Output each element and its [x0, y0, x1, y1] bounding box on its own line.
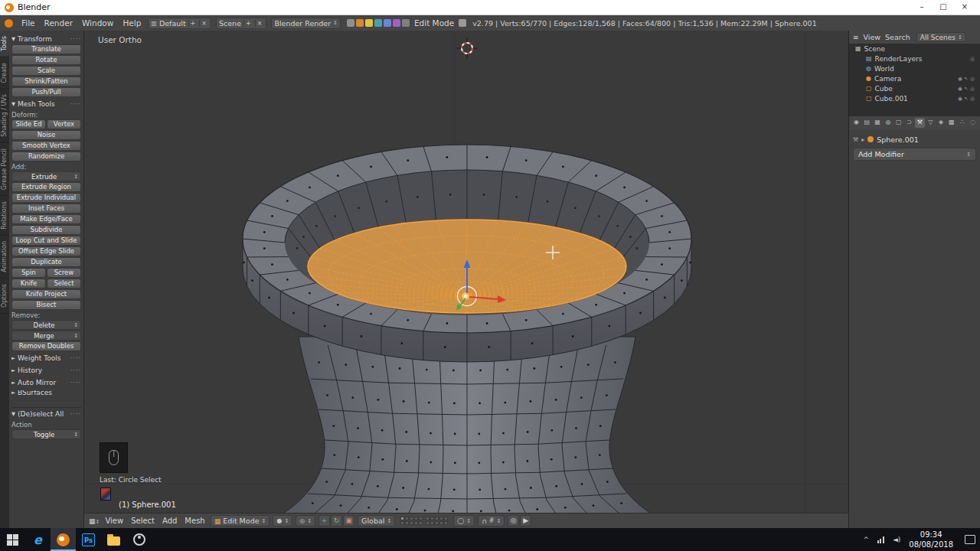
knife-select-button[interactable]: Select [47, 279, 81, 289]
start-button[interactable] [0, 528, 25, 551]
redo-panel-header[interactable]: ▼ (De)select All ···· [11, 409, 81, 419]
shelf-tab-shading-uvs[interactable]: Shading / UVs [0, 89, 9, 143]
layer-cell[interactable] [435, 517, 439, 520]
layer-cell[interactable] [439, 521, 443, 525]
offset-edge-slide-button[interactable]: Offset Edge Slide [11, 246, 81, 256]
layer-cell[interactable] [414, 517, 418, 520]
layer-cell[interactable] [419, 521, 423, 525]
scene-selector[interactable]: Scene + × [216, 18, 266, 29]
viewport-canvas[interactable] [84, 31, 848, 513]
render-toggle-icon[interactable]: ◎ [970, 56, 976, 62]
file-menu[interactable]: File [18, 18, 39, 28]
tab-texture[interactable]: ▩ [946, 118, 956, 128]
maximize-button[interactable]: □ [933, 0, 954, 15]
randomize-button[interactable]: Randomize [11, 152, 81, 161]
shelf-tab-grease-pencil[interactable]: Grease Pencil [0, 143, 9, 196]
smooth-vertex-button[interactable]: Smooth Vertex [11, 141, 81, 151]
window-menu[interactable]: Window [78, 18, 117, 28]
render-engine-selector[interactable]: Blender Render ↕ [271, 18, 341, 29]
layer-cell[interactable] [410, 517, 413, 520]
add-menu[interactable]: Add [160, 517, 179, 525]
view-menu[interactable]: View [103, 517, 126, 525]
action-dropdown[interactable]: Toggle ↕ [11, 429, 81, 439]
opengl-render-anim-icon[interactable]: ▶ [520, 515, 531, 527]
render-toggle-icon[interactable]: ◎ [970, 96, 976, 102]
panel-drag-icon[interactable]: ···· [70, 99, 81, 109]
photoshop-taskbar-icon[interactable]: Ps [76, 528, 101, 551]
tab-particles[interactable]: ∴ [957, 118, 967, 128]
shelf-tab-tools[interactable]: Tools [0, 31, 9, 57]
screw-button[interactable]: Screw [47, 268, 81, 278]
outliner-row-scene[interactable]: ▦ Scene [849, 44, 980, 54]
row-restrict-icons[interactable]: ◉↖◎ [958, 86, 976, 92]
row-restrict-icons[interactable]: ◉↖◎ [958, 96, 976, 102]
spin-button[interactable]: Spin [11, 268, 46, 278]
layer-cell[interactable] [426, 521, 430, 525]
mode-selector[interactable]: ▦ Edit Mode ↕ [211, 515, 270, 527]
remove-scene-button[interactable]: × [255, 20, 264, 27]
knife-project-button[interactable]: Knife Project [11, 289, 81, 299]
shading-selector[interactable]: ● ↕ [273, 515, 292, 527]
render-menu[interactable]: Render [41, 18, 77, 28]
edge-taskbar-icon[interactable]: e [25, 528, 51, 551]
manipulator-translate-icon[interactable]: + [318, 515, 330, 527]
manipulator-rotate-icon[interactable]: ↻ [331, 515, 342, 527]
extrude-dropdown[interactable]: Extrude ↕ [11, 171, 81, 181]
clipped-panel-header[interactable]: ► BSurfaces [11, 390, 81, 396]
render-toggle-icon[interactable]: ◎ [970, 86, 976, 92]
info-mini-icon[interactable] [393, 19, 400, 27]
outliner-row-camera[interactable]: ● Camera ◉↖◎ [849, 73, 980, 83]
layer-cell[interactable] [400, 521, 404, 525]
knife-button[interactable]: Knife [11, 279, 46, 289]
rotate-button[interactable]: Rotate [11, 55, 81, 65]
recorder-taskbar-icon[interactable] [126, 528, 152, 551]
panel-drag-icon[interactable]: ···· [70, 378, 81, 388]
duplicate-button[interactable]: Duplicate [11, 257, 81, 267]
merge-dropdown[interactable]: Merge ↕ [11, 331, 81, 341]
manipulator-scale-icon[interactable]: ▣ [343, 515, 354, 527]
history-panel-header[interactable]: ► History ···· [11, 366, 81, 376]
select-menu[interactable]: Select [129, 517, 157, 525]
render-toggle-icon[interactable]: ◎ [970, 76, 976, 82]
tray-expand-icon[interactable]: ^ [863, 536, 869, 543]
panel-drag-icon[interactable]: ···· [70, 354, 81, 364]
bisect-button[interactable]: Bisect [11, 300, 81, 310]
noise-button[interactable]: Noise [11, 130, 81, 140]
info-mini-icon[interactable] [402, 19, 410, 27]
info-mini-icon[interactable] [384, 19, 391, 27]
outliner-row-cube-001[interactable]: ▢ Cube.001 ◉↖◎ [849, 93, 980, 103]
selectability-icon[interactable]: ↖ [964, 96, 970, 102]
tab-render-layers[interactable]: ▤ [862, 118, 872, 128]
blender-menu-icon[interactable] [5, 19, 13, 28]
shelf-tab-relations[interactable]: Relations [0, 196, 9, 236]
add-scene-button[interactable]: + [243, 20, 253, 27]
shrink-fatten-button[interactable]: Shrink/Fatten [11, 77, 81, 86]
selectability-icon[interactable]: ↖ [964, 76, 970, 82]
translate-button[interactable]: Translate [11, 44, 81, 54]
close-button[interactable]: × [954, 0, 975, 15]
tab-material[interactable]: ◈ [936, 118, 946, 128]
remove-doubles-button[interactable]: Remove Doubles [11, 341, 81, 351]
layer-cell[interactable] [405, 521, 409, 525]
layer-cell[interactable] [400, 517, 404, 520]
info-mini-icon[interactable] [459, 19, 466, 27]
opengl-render-image-icon[interactable]: ◎ [508, 515, 519, 527]
push-pull-button[interactable]: Push/Pull [11, 87, 81, 97]
scale-button[interactable]: Scale [11, 66, 81, 76]
panel-drag-icon[interactable]: ···· [70, 366, 81, 376]
selectability-icon[interactable]: ↖ [964, 86, 970, 92]
transform-panel-header[interactable]: ▼ Transform ···· [11, 34, 81, 44]
shelf-tab-options[interactable]: Options [0, 279, 9, 314]
blender-taskbar-icon[interactable] [51, 528, 76, 551]
mesh-tools-panel-header[interactable]: ▼ Mesh Tools ···· [11, 99, 81, 109]
weight-tools-panel-header[interactable]: ► Weight Tools ···· [11, 354, 81, 364]
layer-cell[interactable] [439, 517, 443, 520]
shelf-tab-create[interactable]: Create [0, 57, 9, 90]
panel-drag-icon[interactable]: ···· [70, 409, 81, 419]
auto-mirror-panel-header[interactable]: ► Auto Mirror ···· [11, 378, 81, 388]
visibility-icon[interactable]: ◉ [958, 76, 964, 82]
3d-viewport[interactable]: User Ortho Last: Circle Select (1) Spher… [84, 31, 848, 513]
edge-slide-button[interactable]: Slide Ed [11, 119, 46, 129]
visibility-icon[interactable]: ◉ [958, 86, 964, 92]
outliner-row-cube[interactable]: ▢ Cube ◉↖◎ [849, 83, 980, 93]
